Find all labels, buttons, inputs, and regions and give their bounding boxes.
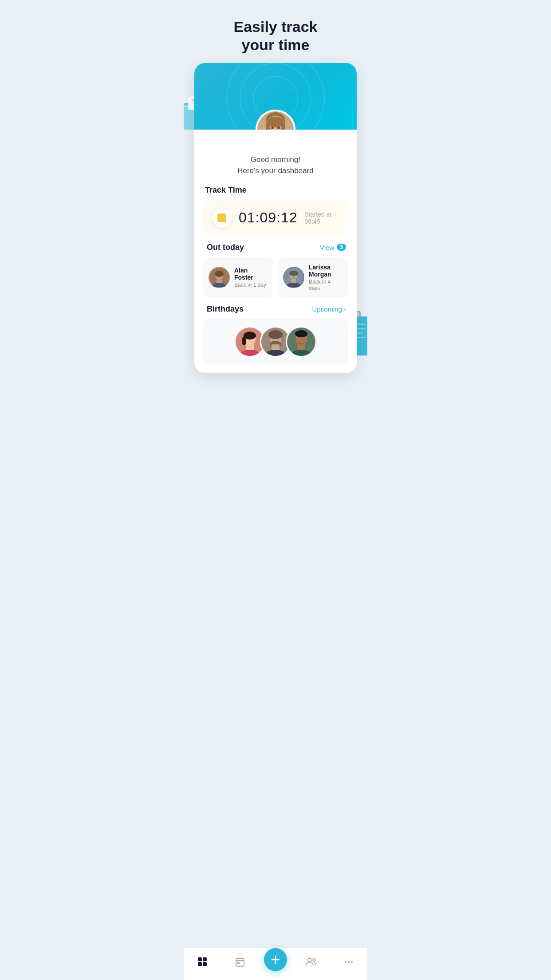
greeting-section: Good morning! Here's your dashboard bbox=[203, 154, 348, 177]
view-count-badge: 3 bbox=[337, 244, 346, 251]
svg-rect-34 bbox=[291, 280, 296, 283]
birthdays-section: Birthdays Upcoming › bbox=[203, 304, 348, 364]
track-time-title: Track Time bbox=[203, 186, 348, 195]
svg-point-25 bbox=[278, 126, 280, 129]
user-avatar-container bbox=[256, 110, 295, 130]
greeting-line2: Here's your dashboard bbox=[203, 165, 348, 177]
person-name-1: Alan Foster bbox=[234, 267, 268, 281]
svg-point-24 bbox=[272, 126, 274, 129]
avatar bbox=[256, 110, 295, 130]
person-card-2[interactable]: Larissa Morgan Back in 4 days bbox=[278, 257, 348, 297]
birthday-avatar-3 bbox=[286, 326, 317, 357]
svg-rect-54 bbox=[297, 344, 305, 350]
view-link[interactable]: View 3 bbox=[320, 244, 346, 251]
person-avatar-1 bbox=[209, 267, 230, 288]
card-header-blue bbox=[194, 63, 357, 130]
person-status-1: Back in 1 day bbox=[234, 282, 268, 288]
birthdays-title: Birthdays bbox=[205, 304, 245, 314]
out-today-title: Out today bbox=[205, 243, 246, 252]
svg-rect-43 bbox=[246, 344, 254, 350]
svg-point-42 bbox=[242, 336, 246, 345]
person-name-2: Larissa Morgan bbox=[309, 264, 342, 278]
out-today-section: Out today View 3 bbox=[203, 243, 348, 297]
stop-button[interactable] bbox=[212, 208, 232, 228]
person-info-2: Larissa Morgan Back in 4 days bbox=[309, 264, 342, 291]
person-info-1: Alan Foster Back in 1 day bbox=[234, 267, 268, 288]
header-section: Easily track your time bbox=[184, 0, 367, 63]
stop-icon bbox=[217, 213, 226, 222]
birthday-avatars-row bbox=[234, 326, 317, 357]
svg-rect-29 bbox=[216, 280, 222, 283]
timer-display: 01:09:12 bbox=[239, 209, 298, 226]
person-card-1[interactable]: Alan Foster Back in 1 day bbox=[203, 257, 273, 297]
track-time-section: Track Time 01:09:12 Started at 09:49 bbox=[203, 186, 348, 236]
greeting-line1: Good morning! bbox=[203, 154, 348, 166]
main-card: Good morning! Here's your dashboard Trac… bbox=[194, 63, 357, 373]
svg-point-28 bbox=[215, 271, 224, 277]
svg-rect-49 bbox=[272, 344, 279, 350]
person-status-2: Back in 4 days bbox=[309, 279, 342, 291]
timer-row[interactable]: 01:09:12 Started at 09:49 bbox=[203, 200, 348, 236]
chevron-right-icon: › bbox=[344, 305, 346, 313]
page-title: Easily track your time bbox=[201, 18, 350, 54]
upcoming-link[interactable]: Upcoming › bbox=[312, 305, 346, 313]
svg-point-33 bbox=[289, 271, 298, 276]
svg-point-47 bbox=[268, 330, 283, 339]
card-body: Good morning! Here's your dashboard Trac… bbox=[194, 130, 357, 373]
person-avatar-2 bbox=[283, 267, 304, 288]
svg-point-53 bbox=[295, 330, 307, 337]
out-today-grid: Alan Foster Back in 1 day bbox=[203, 257, 348, 297]
birthdays-header: Birthdays Upcoming › bbox=[203, 304, 348, 314]
out-today-header: Out today View 3 bbox=[203, 243, 348, 252]
birthday-avatars-card bbox=[203, 319, 348, 364]
timer-started-label: Started at 09:49 bbox=[305, 211, 339, 225]
page-container: Easily track your time bbox=[184, 0, 367, 409]
